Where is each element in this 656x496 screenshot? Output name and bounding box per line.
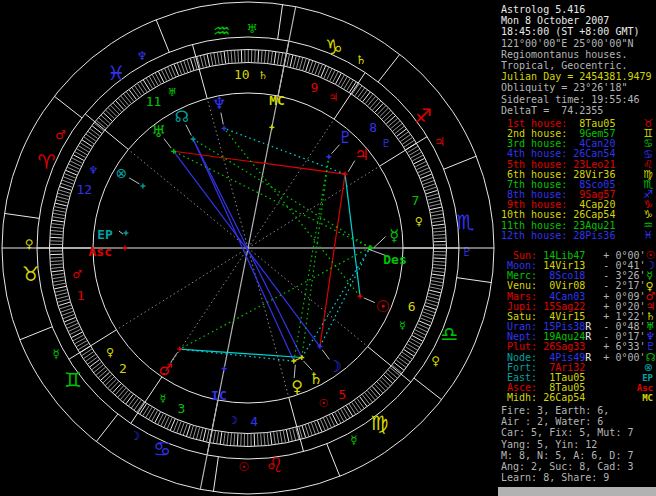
aspect-line-venus-mars	[180, 349, 294, 361]
degree-tick	[108, 379, 116, 387]
degree-tick	[61, 183, 72, 187]
summary-line: Learn: 8, Share: 9	[501, 472, 633, 483]
degree-tick	[393, 124, 402, 132]
degree-tick	[118, 98, 126, 107]
degree-tick	[382, 111, 391, 119]
summary-line: Air : 2, Water: 6	[501, 416, 633, 427]
wheel-planet-icon-node: ☊	[175, 107, 189, 126]
summary-line: Ang: 2, Suc: 8, Cad: 3	[501, 461, 633, 472]
house-cusp-line-dotted	[116, 248, 248, 330]
degree-tick	[60, 305, 71, 309]
house-ruler-icon: ☽	[228, 414, 238, 427]
degree-tick	[388, 370, 397, 378]
degree-tick	[86, 134, 96, 141]
degree-tick	[358, 88, 365, 98]
degree-tick	[129, 90, 136, 100]
degree-tick	[124, 94, 132, 103]
degree-tick	[207, 54, 209, 66]
aspect-line-venus-node	[193, 139, 294, 361]
degree-tick	[60, 187, 71, 191]
sign-ruler-icon: ☽	[130, 429, 141, 443]
degree-tick	[270, 433, 271, 445]
degree-tick	[98, 370, 107, 378]
sign-ruler-icon: ♀	[25, 237, 34, 251]
degree-tick	[391, 121, 400, 129]
planet-pointer-line	[186, 125, 191, 136]
angle-label-ep: EP	[97, 227, 113, 242]
aspect-line-saturn-mercury	[302, 248, 370, 358]
degree-tick	[51, 270, 63, 271]
planet-position-value: 26Cap54	[537, 393, 585, 403]
degree-tick	[110, 382, 118, 391]
degree-tick	[84, 137, 94, 144]
degree-tick	[303, 59, 307, 70]
aspect-line-jupiter-neptune	[224, 128, 345, 174]
house-label: 12th house:	[501, 231, 567, 241]
element-summary: Fire: 3, Earth: 6,Air : 2, Water: 6Car: …	[501, 405, 633, 483]
degree-tick	[433, 224, 445, 225]
header-line: Mon 8 October 2007	[501, 15, 652, 26]
degree-tick	[424, 309, 435, 313]
degree-tick	[224, 51, 225, 63]
degree-tick	[274, 52, 276, 64]
degree-tick	[103, 113, 112, 121]
degree-tick	[264, 433, 265, 445]
degree-tick	[134, 400, 141, 410]
degree-tick	[300, 58, 303, 70]
wheel-planet-icon-fortune: ⊗	[116, 165, 128, 181]
degree-tick	[234, 434, 235, 446]
aspect-line-moon-uranus	[174, 151, 320, 346]
degree-tick	[277, 432, 279, 444]
bottom-scrollbar[interactable]	[498, 487, 656, 496]
house-ruler-icon: ☿	[160, 392, 167, 405]
degree-tick	[268, 51, 269, 63]
degree-tick	[352, 84, 359, 94]
degree-tick	[177, 422, 181, 433]
degree-tick	[370, 389, 378, 398]
degree-tick	[290, 55, 293, 67]
aspect-line-mercury-mars	[180, 248, 370, 350]
degree-tick	[433, 264, 445, 265]
degree-tick	[111, 105, 119, 114]
degree-tick	[354, 401, 361, 411]
angle-label-asc: Asc	[89, 244, 112, 259]
degree-tick	[432, 217, 444, 219]
degree-tick	[389, 118, 398, 126]
degree-tick	[52, 217, 64, 219]
degree-tick	[429, 204, 441, 207]
degree-tick	[57, 196, 69, 199]
degree-tick	[380, 108, 388, 116]
degree-tick	[293, 429, 296, 441]
sign-boundary-line	[156, 20, 169, 52]
degree-tick	[433, 268, 445, 269]
sign-glyph-capricorn: ♑	[325, 35, 343, 59]
degree-tick	[384, 375, 393, 383]
degree-tick	[118, 388, 126, 397]
house-number-1: 1	[77, 288, 85, 303]
degree-tick	[432, 221, 444, 223]
degree-tick	[372, 386, 380, 395]
wheel-planet-icon-jupiter: ♃	[355, 145, 369, 164]
degree-tick	[360, 397, 367, 407]
degree-tick	[308, 424, 312, 435]
degree-tick	[50, 257, 62, 258]
sign-ruler-icon: ☿	[350, 433, 357, 447]
degree-tick	[143, 80, 149, 90]
degree-tick	[50, 261, 62, 262]
degree-tick	[433, 231, 445, 232]
house-number-10: 10	[234, 67, 250, 82]
degree-tick	[426, 190, 437, 193]
aspect-line-sun-jupiter	[345, 174, 360, 296]
degree-tick	[433, 228, 445, 229]
degree-tick	[54, 207, 66, 210]
sign-glyph-leo: ♌	[265, 453, 283, 477]
degree-tick	[52, 277, 64, 279]
zodiac-sign-icon: ♓	[643, 231, 653, 241]
house-ruler-icon: ☿	[399, 319, 406, 332]
degree-tick	[360, 90, 367, 100]
house-cusp-line-dotted	[248, 166, 380, 248]
degree-tick	[395, 126, 404, 133]
house-number-12: 12	[76, 182, 92, 197]
degree-tick	[96, 367, 105, 375]
degree-tick	[375, 384, 383, 393]
